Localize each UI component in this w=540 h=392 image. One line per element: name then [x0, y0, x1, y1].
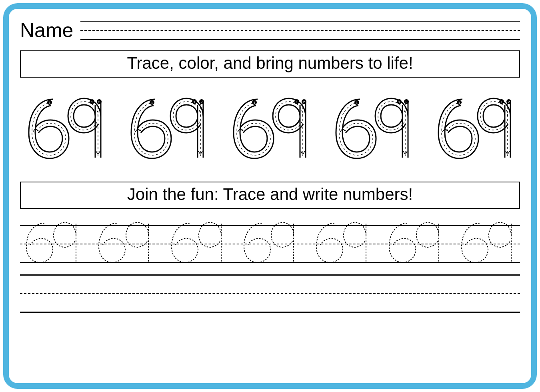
trace-number-dotted[interactable] [95, 220, 155, 264]
dotted-trace-row [20, 220, 520, 264]
writing-practice-area [20, 225, 520, 313]
svg-text:1: 1 [500, 100, 502, 104]
trace-number-dotted[interactable] [385, 220, 445, 264]
svg-text:1: 1 [398, 100, 400, 104]
svg-text:1: 1 [151, 101, 153, 105]
svg-text:1: 1 [253, 101, 255, 105]
writing-line-1[interactable] [20, 225, 520, 263]
trace-number-dotted[interactable] [22, 220, 82, 264]
trace-number-dotted[interactable] [458, 220, 518, 264]
instruction-box-2: Join the fun: Trace and write numbers! [20, 182, 520, 209]
name-label: Name [20, 19, 73, 42]
svg-text:1: 1 [296, 100, 298, 104]
big-trace-row: 1 1 2 1 1 2 [20, 94, 520, 162]
svg-text:1: 1 [356, 101, 358, 105]
svg-text:1: 1 [193, 100, 195, 104]
instruction-box-1: Trace, color, and bring numbers to life! [20, 50, 520, 78]
trace-number-big[interactable]: 1 1 2 [431, 94, 518, 162]
svg-text:2: 2 [200, 100, 202, 104]
svg-text:1: 1 [48, 101, 50, 105]
trace-number-big[interactable]: 1 1 2 [124, 94, 211, 162]
svg-text:1: 1 [91, 100, 93, 104]
svg-text:1: 1 [458, 101, 460, 105]
writing-line-2[interactable] [20, 274, 520, 313]
worksheet-frame: Name Trace, color, and bring numbers to … [3, 3, 537, 389]
svg-text:2: 2 [303, 100, 305, 104]
svg-text:2: 2 [98, 100, 100, 104]
svg-text:2: 2 [405, 100, 407, 104]
svg-text:2: 2 [508, 100, 510, 104]
trace-number-big[interactable]: 1 1 2 [22, 94, 109, 162]
name-writing-line[interactable] [80, 19, 520, 42]
trace-number-dotted[interactable] [168, 220, 228, 264]
name-row: Name [20, 16, 520, 45]
trace-number-dotted[interactable] [240, 220, 300, 264]
trace-number-big[interactable]: 1 1 2 [329, 94, 416, 162]
trace-number-dotted[interactable] [312, 220, 372, 264]
trace-number-big[interactable]: 1 1 2 [226, 94, 314, 162]
